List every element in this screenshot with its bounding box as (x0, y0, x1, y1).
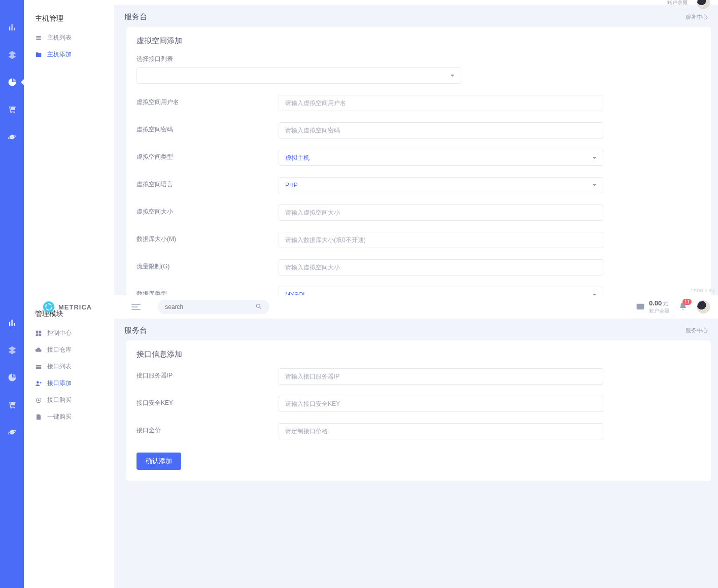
target-icon (35, 397, 42, 404)
dbtype-select[interactable]: MYSQL (279, 287, 603, 295)
sidebar-item-label: 一键购买 (47, 412, 72, 421)
brand-name: METRICA (58, 303, 92, 311)
breadcrumb: 服务中心 (686, 327, 708, 334)
sub-sidebar: 主机管理 主机列表 主机添加 (24, 0, 114, 295)
sidebar-item-one-click-buy[interactable]: 一键购买 (24, 408, 114, 425)
chart-icon[interactable] (8, 23, 17, 32)
planet-icon[interactable] (8, 132, 17, 142)
svg-point-10 (38, 399, 40, 401)
planet-icon[interactable] (8, 428, 17, 437)
main: METRICA 0.00元 账户余额 (114, 295, 718, 588)
app-interface-add: 管理模块 控制中心 接口仓库 接口列表 接口添加 接口购买 (0, 295, 718, 588)
main: 账户余额 服务台 服务中心 虚拟空间添加 选择接口列表 虚拟空间用户名 (114, 0, 718, 295)
field-label-dbsize: 数据库大小(M) (136, 232, 279, 244)
grid-icon (35, 330, 42, 337)
avatar[interactable] (697, 300, 710, 314)
field-label-password: 虚拟空间密码 (136, 122, 279, 134)
price-input[interactable] (279, 423, 603, 439)
sidebar-item-label: 主机添加 (47, 50, 72, 59)
sidebar-item-label: 接口添加 (47, 379, 72, 388)
sidebar-item-control-center[interactable]: 控制中心 (24, 325, 114, 341)
page-header: 服务台 服务中心 (114, 5, 718, 27)
sidebar-item-host-add[interactable]: 主机添加 (24, 46, 114, 63)
field-label-interface: 选择接口列表 (136, 55, 173, 63)
key-input[interactable] (279, 396, 603, 412)
app-host-add: 主机管理 主机列表 主机添加 账户余额 服务台 服务中心 (0, 0, 718, 295)
layers-icon[interactable] (8, 345, 17, 355)
field-label-ip: 接口服务器IP (136, 368, 279, 380)
panel-interface-add: 接口信息添加 接口服务器IP 接口安全KEY 接口金价 确认添加 (126, 340, 711, 481)
brand-logo (43, 301, 54, 313)
ip-input[interactable] (279, 368, 603, 385)
svg-point-5 (13, 407, 14, 408)
page-title: 服务台 (124, 326, 147, 335)
panel-title: 接口信息添加 (136, 350, 701, 359)
interface-select[interactable] (136, 67, 461, 84)
pie-icon[interactable] (8, 373, 17, 382)
panel-title: 虚拟空间添加 (136, 36, 701, 46)
layers-icon[interactable] (8, 50, 17, 59)
svg-point-4 (10, 407, 11, 408)
field-label-key: 接口安全KEY (136, 396, 279, 407)
wallet-sub: 账户余额 (649, 307, 669, 315)
sidebar-item-label: 主机列表 (47, 33, 72, 42)
sidebar-item-interface-add[interactable]: 接口添加 (24, 375, 114, 392)
panel-vhost-add: 虚拟空间添加 选择接口列表 虚拟空间用户名 虚拟空间密码 虚拟空 (126, 27, 711, 295)
doc-icon (35, 413, 42, 421)
cart-icon[interactable] (8, 400, 17, 409)
submit-button[interactable]: 确认添加 (136, 453, 181, 470)
pie-icon[interactable] (8, 78, 17, 87)
icon-rail (0, 0, 24, 295)
svg-point-8 (37, 381, 39, 384)
password-input[interactable] (279, 122, 603, 139)
page-title: 服务台 (124, 12, 147, 22)
menu-toggle-icon[interactable] (131, 304, 141, 310)
lang-select[interactable]: PHP (279, 177, 603, 193)
field-label-lang: 虚拟空间语言 (136, 177, 279, 189)
svg-point-1 (13, 112, 14, 113)
sub-sidebar: 管理模块 控制中心 接口仓库 接口列表 接口添加 接口购买 (24, 295, 114, 588)
brand[interactable]: METRICA (43, 301, 92, 313)
svg-point-11 (257, 304, 260, 307)
sidebar-item-label: 控制中心 (47, 329, 72, 337)
notification-badge: 11 (682, 299, 692, 305)
chart-icon[interactable] (8, 318, 17, 327)
field-label-type: 虚拟空间类型 (136, 150, 279, 161)
page-header: 服务台 服务中心 (114, 319, 718, 340)
card-icon (35, 363, 42, 370)
dbsize-input[interactable] (279, 232, 603, 248)
sidebar-group-title: 主机管理 (24, 7, 114, 29)
wallet-icon (636, 302, 645, 313)
sidebar-item-label: 接口仓库 (47, 345, 72, 354)
sidebar-item-label: 接口购买 (47, 396, 72, 404)
folder-icon (35, 51, 42, 58)
field-label-dbtype: 数据库类型 (136, 287, 279, 295)
sidebar-item-interface-store[interactable]: 接口仓库 (24, 341, 114, 358)
flow-input[interactable] (279, 259, 603, 275)
user-plus-icon (35, 380, 42, 387)
sidebar-item-interface-buy[interactable]: 接口购买 (24, 392, 114, 408)
breadcrumb: 服务中心 (686, 13, 708, 21)
field-label-username: 虚拟空间用户名 (136, 95, 279, 107)
watermark: CSDN Kirby (690, 288, 715, 293)
sidebar-item-host-list[interactable]: 主机列表 (24, 29, 114, 46)
wallet-currency: 元 (663, 300, 668, 306)
search-input[interactable] (165, 303, 251, 310)
notifications[interactable]: 11 (678, 302, 688, 313)
cart-icon[interactable] (8, 105, 17, 114)
search-icon (255, 303, 262, 312)
topbar: 账户余额 (114, 0, 718, 5)
sidebar-item-interface-list[interactable]: 接口列表 (24, 358, 114, 375)
icon-rail (0, 295, 24, 588)
svg-point-0 (10, 112, 11, 113)
search-box[interactable] (158, 300, 269, 314)
field-label-flow: 流量限制(G) (136, 259, 279, 271)
topbar: METRICA 0.00元 账户余额 (114, 295, 718, 319)
sidebar-item-label: 接口列表 (47, 362, 72, 371)
type-select[interactable]: 虚拟主机 (279, 150, 603, 166)
field-label-price: 接口金价 (136, 423, 279, 435)
field-label-size: 虚拟空间大小 (136, 204, 279, 216)
wallet[interactable]: 0.00元 账户余额 (636, 299, 669, 315)
size-input[interactable] (279, 204, 603, 221)
username-input[interactable] (279, 95, 603, 111)
